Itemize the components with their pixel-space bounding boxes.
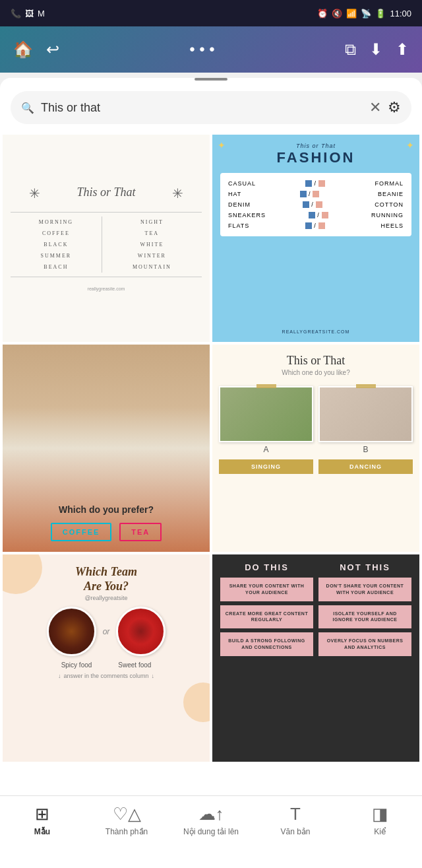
style-icon: ◨	[372, 804, 388, 824]
clock: 11:00	[390, 9, 411, 18]
pages-button[interactable]: ⧉	[345, 40, 356, 59]
nav-label-van-ban: Văn bản	[280, 827, 310, 836]
fashion-row-1: CASUAL / FORMAL	[228, 178, 404, 189]
back-button[interactable]: ↩	[46, 40, 59, 59]
do-this-item-1: SHARE YOUR CONTENT WITH YOUR AUDIENCE	[220, 578, 313, 601]
sweet-food-label: Sweet food	[118, 661, 151, 669]
coffee-button[interactable]: COFFEE	[51, 523, 112, 541]
card-4-subtitle: Which one do you like?	[282, 369, 349, 376]
card-4-title: This or That	[287, 354, 346, 368]
nav-item-mau[interactable]: ⊞ Mẫu	[0, 804, 84, 836]
card-4-photo-a	[219, 386, 313, 442]
spicy-food-label: Spicy food	[61, 661, 92, 669]
nav-item-noi-dung[interactable]: ☁↑ Nội dung tải lên	[169, 804, 253, 836]
drag-handle	[195, 78, 227, 81]
more-button[interactable]: • • •	[189, 40, 215, 59]
home-button[interactable]: 🏠	[13, 40, 33, 59]
or-label: or	[103, 627, 110, 636]
card-5-handle: @reallygreatsite	[84, 595, 127, 601]
status-right-icons: ⏰ 🔇 📶 📡 🔋 11:00	[317, 9, 411, 18]
main-content: 🔍 ✕ ⚙ ✳ This or That ✳ MORNINGNIGHT COFF…	[0, 78, 422, 841]
toolbar-left: 🏠 ↩	[13, 40, 59, 59]
template-card-3[interactable]: Which do you prefer? COFFEE TEA	[3, 345, 210, 552]
card-1-decorations: ✳ This or That ✳	[11, 185, 202, 201]
search-bar: 🔍 ✕ ⚙	[11, 91, 411, 124]
arrow-down-icon: ↓	[58, 673, 61, 679]
card-4-option-b: B	[318, 384, 413, 454]
nav-item-van-ban[interactable]: T Văn bản	[253, 804, 338, 836]
fashion-row-2: HAT / BEANIE	[228, 189, 404, 199]
card-4-photo-b	[318, 386, 413, 442]
line-icon: 📞	[11, 9, 21, 18]
filter-button[interactable]: ⚙	[388, 99, 401, 116]
not-this-item-2: ISOLATE YOURSELF AND IGNORE YOUR AUDIENC…	[318, 605, 411, 629]
template-card-2[interactable]: ✦ ✦ This or That FASHION CASUAL / FORMAL…	[212, 135, 419, 342]
text-icon: T	[290, 804, 301, 824]
deco-circle-tl	[3, 554, 42, 594]
card-3-buttons: COFFEE TEA	[51, 523, 162, 541]
wifi-icon: 📶	[346, 9, 357, 18]
deco-circle-br	[183, 683, 210, 722]
template-grid: ✳ This or That ✳ MORNINGNIGHT COFFEETEA …	[0, 135, 422, 762]
dancing-button[interactable]: DANCING	[318, 459, 413, 474]
components-icon: ♡△	[113, 804, 141, 824]
nav-label-noi-dung: Nội dung tải lên	[183, 827, 239, 836]
singing-button[interactable]: SINGING	[219, 459, 313, 474]
upload-icon: ☁↑	[198, 804, 224, 824]
arrow-down-icon-2: ↓	[152, 673, 155, 679]
share-button[interactable]: ⬆	[396, 40, 409, 59]
fashion-row-5: FLATS / HEELS	[228, 220, 404, 231]
card-5-title: Which TeamAre You?	[75, 565, 137, 593]
card-6-rows: SHARE YOUR CONTENT WITH YOUR AUDIENCE CR…	[220, 578, 411, 656]
nav-item-thanh-phan[interactable]: ♡△ Thành phần	[84, 804, 169, 836]
clear-search-button[interactable]: ✕	[369, 99, 381, 116]
card-4-buttons: SINGING DANCING	[219, 459, 413, 474]
card-5-food-labels: Spicy food Sweet food	[61, 661, 152, 669]
card-2-title: FASHION	[277, 149, 355, 166]
bottom-nav: ⊞ Mẫu ♡△ Thành phần ☁↑ Nội dung tải lên …	[0, 795, 422, 868]
toolbar-right: ⧉ ⬇ ⬆	[345, 40, 409, 59]
card-4-label-b: B	[363, 445, 368, 454]
card-1-table: MORNINGNIGHT COFFEETEA BLACKWHITE SUMMER…	[11, 217, 202, 273]
status-bar: 📞 🖼 M ⏰ 🔇 📶 📡 🔋 11:00	[0, 0, 422, 26]
template-icon: ⊞	[35, 804, 49, 824]
card-2-header: This or That	[296, 143, 336, 149]
search-input[interactable]	[41, 101, 363, 115]
card-5-footer: ↓ answer in the comments column ↓	[58, 673, 154, 679]
fashion-row-3: DENIM / COTTON	[228, 199, 404, 210]
card-6-header: DO THIS NOT THIS	[220, 562, 411, 572]
not-this-header: NOT THIS	[318, 562, 411, 572]
card-4-tape-b	[356, 384, 376, 388]
card-5-foods: or	[47, 607, 166, 656]
nav-label-thanh-phan: Thành phần	[106, 827, 148, 836]
gmail-icon: M	[38, 9, 45, 18]
status-left-icons: 📞 🖼 M	[11, 9, 45, 18]
do-this-item-2: CREATE MORE GREAT CONTENT REGULARLY	[220, 605, 313, 629]
toolbar: 🏠 ↩ • • • ⧉ ⬇ ⬆	[0, 26, 422, 73]
card-3-question: Which do you prefer?	[59, 504, 154, 515]
mute-icon: 🔇	[332, 9, 342, 18]
template-card-4[interactable]: This or That Which one do you like? A B	[212, 345, 419, 552]
nav-label-kieu: Kiể	[374, 827, 386, 836]
signal-icon: 📡	[361, 9, 371, 18]
card-2-table: CASUAL / FORMAL HAT / BEANIE DENIM / COT…	[220, 173, 411, 236]
card-4-label-a: A	[263, 445, 268, 454]
battery-icon: 🔋	[375, 9, 386, 18]
search-icon: 🔍	[21, 102, 34, 114]
card-1-footer: reallygreasite.com	[88, 286, 125, 291]
do-this-column: SHARE YOUR CONTENT WITH YOUR AUDIENCE CR…	[220, 578, 313, 656]
template-card-5[interactable]: Which TeamAre You? @reallygreatsite or S…	[3, 554, 210, 762]
template-card-6[interactable]: DO THIS NOT THIS SHARE YOUR CONTENT WITH…	[212, 554, 419, 762]
not-this-item-3: OVERLY FOCUS ON NUMBERS AND ANALYTICS	[318, 632, 411, 656]
image-icon: 🖼	[25, 9, 34, 18]
spicy-food-image	[47, 607, 96, 656]
card-4-option-a: A	[219, 384, 313, 454]
nav-item-kieu[interactable]: ◨ Kiể	[338, 804, 422, 836]
tea-button[interactable]: TEA	[119, 523, 162, 541]
card-4-images: A B	[219, 384, 413, 454]
card-4-tape-a	[256, 384, 276, 388]
nav-label-mau: Mẫu	[34, 827, 50, 836]
download-button[interactable]: ⬇	[369, 40, 382, 59]
do-this-header: DO THIS	[220, 562, 313, 572]
template-card-1[interactable]: ✳ This or That ✳ MORNINGNIGHT COFFEETEA …	[3, 135, 210, 342]
